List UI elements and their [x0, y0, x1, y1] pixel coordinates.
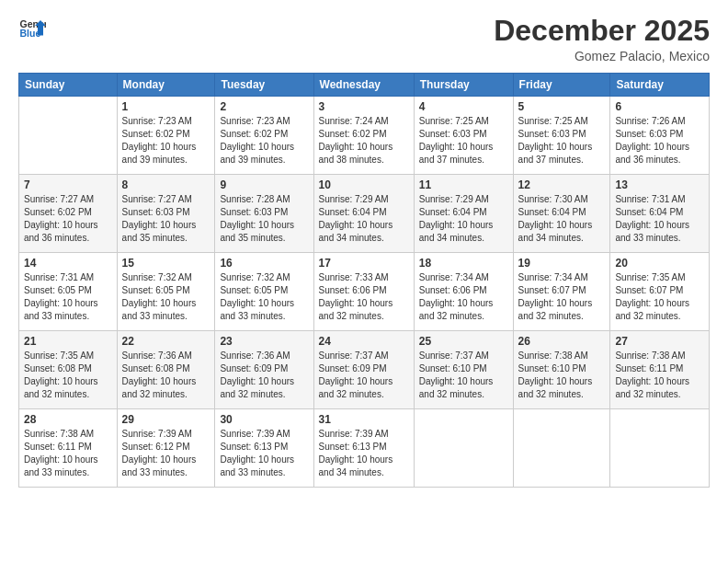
day-info: Sunrise: 7:27 AM Sunset: 6:02 PM Dayligh… [24, 193, 112, 245]
calendar-page: General Blue December 2025 Gomez Palacio… [0, 0, 728, 563]
day-info: Sunrise: 7:39 AM Sunset: 6:13 PM Dayligh… [220, 428, 308, 479]
calendar-cell [610, 409, 710, 488]
calendar-cell: 26Sunrise: 7:38 AM Sunset: 6:10 PM Dayli… [513, 331, 610, 409]
day-number: 30 [220, 413, 308, 426]
calendar-cell: 31Sunrise: 7:39 AM Sunset: 6:13 PM Dayli… [313, 409, 414, 488]
day-number: 21 [24, 335, 112, 348]
day-info: Sunrise: 7:26 AM Sunset: 6:03 PM Dayligh… [615, 115, 704, 167]
day-number: 16 [220, 257, 308, 270]
day-info: Sunrise: 7:33 AM Sunset: 6:06 PM Dayligh… [319, 271, 409, 323]
day-info: Sunrise: 7:31 AM Sunset: 6:04 PM Dayligh… [615, 193, 704, 245]
calendar-cell: 24Sunrise: 7:37 AM Sunset: 6:09 PM Dayli… [313, 331, 414, 409]
calendar-week-row: 28Sunrise: 7:38 AM Sunset: 6:11 PM Dayli… [19, 409, 710, 488]
calendar-cell: 19Sunrise: 7:34 AM Sunset: 6:07 PM Dayli… [513, 253, 610, 331]
calendar-cell [19, 97, 118, 175]
calendar-table: SundayMondayTuesdayWednesdayThursdayFrid… [18, 73, 710, 488]
calendar-cell: 27Sunrise: 7:38 AM Sunset: 6:11 PM Dayli… [610, 331, 710, 409]
calendar-cell: 7Sunrise: 7:27 AM Sunset: 6:02 PM Daylig… [19, 175, 118, 253]
day-info: Sunrise: 7:36 AM Sunset: 6:09 PM Dayligh… [220, 350, 308, 401]
calendar-cell: 8Sunrise: 7:27 AM Sunset: 6:03 PM Daylig… [117, 175, 215, 253]
calendar-header-saturday: Saturday [610, 74, 710, 97]
day-info: Sunrise: 7:35 AM Sunset: 6:08 PM Dayligh… [24, 350, 112, 401]
day-number: 29 [122, 413, 210, 426]
title-block: December 2025 Gomez Palacio, Mexico [494, 15, 710, 63]
day-info: Sunrise: 7:24 AM Sunset: 6:02 PM Dayligh… [319, 115, 409, 167]
day-number: 31 [319, 413, 409, 426]
calendar-cell: 11Sunrise: 7:29 AM Sunset: 6:04 PM Dayli… [414, 175, 513, 253]
calendar-header-tuesday: Tuesday [215, 74, 313, 97]
day-info: Sunrise: 7:29 AM Sunset: 6:04 PM Dayligh… [419, 193, 508, 245]
day-info: Sunrise: 7:37 AM Sunset: 6:09 PM Dayligh… [319, 350, 409, 401]
calendar-cell: 12Sunrise: 7:30 AM Sunset: 6:04 PM Dayli… [513, 175, 610, 253]
day-number: 22 [122, 335, 210, 348]
calendar-cell: 23Sunrise: 7:36 AM Sunset: 6:09 PM Dayli… [215, 331, 313, 409]
day-number: 17 [319, 257, 409, 270]
day-number: 15 [122, 257, 210, 270]
calendar-cell: 13Sunrise: 7:31 AM Sunset: 6:04 PM Dayli… [610, 175, 710, 253]
day-info: Sunrise: 7:37 AM Sunset: 6:10 PM Dayligh… [419, 350, 508, 401]
day-info: Sunrise: 7:31 AM Sunset: 6:05 PM Dayligh… [24, 271, 112, 323]
day-number: 23 [220, 335, 308, 348]
calendar-cell: 10Sunrise: 7:29 AM Sunset: 6:04 PM Dayli… [313, 175, 414, 253]
day-number: 9 [220, 178, 308, 191]
day-info: Sunrise: 7:29 AM Sunset: 6:04 PM Dayligh… [319, 193, 409, 245]
day-number: 5 [518, 100, 606, 113]
calendar-header-wednesday: Wednesday [313, 74, 414, 97]
day-info: Sunrise: 7:38 AM Sunset: 6:10 PM Dayligh… [518, 350, 606, 401]
day-number: 3 [319, 100, 409, 113]
day-info: Sunrise: 7:38 AM Sunset: 6:11 PM Dayligh… [24, 428, 112, 479]
day-info: Sunrise: 7:39 AM Sunset: 6:12 PM Dayligh… [122, 428, 210, 479]
day-info: Sunrise: 7:28 AM Sunset: 6:03 PM Dayligh… [220, 193, 308, 245]
day-info: Sunrise: 7:32 AM Sunset: 6:05 PM Dayligh… [122, 271, 210, 323]
day-number: 28 [24, 413, 112, 426]
calendar-header-row: SundayMondayTuesdayWednesdayThursdayFrid… [19, 74, 710, 97]
day-number: 2 [220, 100, 308, 113]
calendar-header-friday: Friday [513, 74, 610, 97]
day-info: Sunrise: 7:27 AM Sunset: 6:03 PM Dayligh… [122, 193, 210, 245]
calendar-week-row: 1Sunrise: 7:23 AM Sunset: 6:02 PM Daylig… [19, 97, 710, 175]
day-info: Sunrise: 7:39 AM Sunset: 6:13 PM Dayligh… [319, 428, 409, 479]
day-number: 6 [615, 100, 704, 113]
day-number: 19 [518, 257, 606, 270]
calendar-cell: 18Sunrise: 7:34 AM Sunset: 6:06 PM Dayli… [414, 253, 513, 331]
day-info: Sunrise: 7:23 AM Sunset: 6:02 PM Dayligh… [220, 115, 308, 167]
calendar-cell: 3Sunrise: 7:24 AM Sunset: 6:02 PM Daylig… [313, 97, 414, 175]
day-info: Sunrise: 7:36 AM Sunset: 6:08 PM Dayligh… [122, 350, 210, 401]
calendar-week-row: 7Sunrise: 7:27 AM Sunset: 6:02 PM Daylig… [19, 175, 710, 253]
calendar-cell: 17Sunrise: 7:33 AM Sunset: 6:06 PM Dayli… [313, 253, 414, 331]
calendar-cell: 9Sunrise: 7:28 AM Sunset: 6:03 PM Daylig… [215, 175, 313, 253]
day-number: 13 [615, 178, 704, 191]
calendar-cell [414, 409, 513, 488]
day-info: Sunrise: 7:34 AM Sunset: 6:06 PM Dayligh… [419, 271, 508, 323]
day-info: Sunrise: 7:38 AM Sunset: 6:11 PM Dayligh… [615, 350, 704, 401]
calendar-cell: 21Sunrise: 7:35 AM Sunset: 6:08 PM Dayli… [19, 331, 118, 409]
calendar-cell: 5Sunrise: 7:25 AM Sunset: 6:03 PM Daylig… [513, 97, 610, 175]
calendar-cell: 4Sunrise: 7:25 AM Sunset: 6:03 PM Daylig… [414, 97, 513, 175]
day-number: 10 [319, 178, 409, 191]
calendar-cell: 22Sunrise: 7:36 AM Sunset: 6:08 PM Dayli… [117, 331, 215, 409]
day-number: 1 [122, 100, 210, 113]
day-info: Sunrise: 7:23 AM Sunset: 6:02 PM Dayligh… [122, 115, 210, 167]
day-number: 26 [518, 335, 606, 348]
calendar-cell: 2Sunrise: 7:23 AM Sunset: 6:02 PM Daylig… [215, 97, 313, 175]
svg-text:Blue: Blue [20, 28, 41, 39]
calendar-header-thursday: Thursday [414, 74, 513, 97]
calendar-header-monday: Monday [117, 74, 215, 97]
calendar-week-row: 21Sunrise: 7:35 AM Sunset: 6:08 PM Dayli… [19, 331, 710, 409]
day-number: 24 [319, 335, 409, 348]
subtitle: Gomez Palacio, Mexico [494, 49, 710, 63]
page-header: General Blue December 2025 Gomez Palacio… [18, 15, 710, 63]
calendar-header-sunday: Sunday [19, 74, 118, 97]
calendar-cell: 25Sunrise: 7:37 AM Sunset: 6:10 PM Dayli… [414, 331, 513, 409]
day-info: Sunrise: 7:25 AM Sunset: 6:03 PM Dayligh… [518, 115, 606, 167]
day-info: Sunrise: 7:34 AM Sunset: 6:07 PM Dayligh… [518, 271, 606, 323]
calendar-cell: 28Sunrise: 7:38 AM Sunset: 6:11 PM Dayli… [19, 409, 118, 488]
calendar-cell: 1Sunrise: 7:23 AM Sunset: 6:02 PM Daylig… [117, 97, 215, 175]
day-number: 4 [419, 100, 508, 113]
calendar-cell: 30Sunrise: 7:39 AM Sunset: 6:13 PM Dayli… [215, 409, 313, 488]
day-number: 7 [24, 178, 112, 191]
day-number: 8 [122, 178, 210, 191]
day-info: Sunrise: 7:32 AM Sunset: 6:05 PM Dayligh… [220, 271, 308, 323]
day-number: 11 [419, 178, 508, 191]
day-number: 20 [615, 257, 704, 270]
